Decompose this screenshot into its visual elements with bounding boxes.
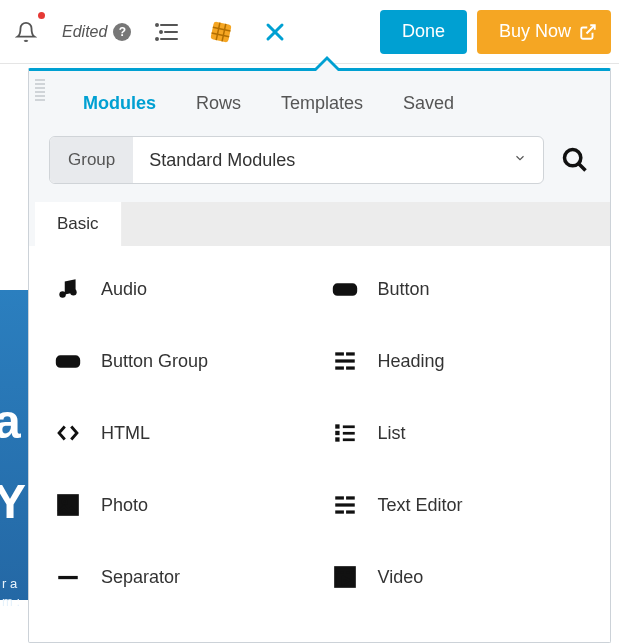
svg-rect-21: [346, 352, 355, 355]
module-label: HTML: [101, 423, 150, 444]
search-button[interactable]: [558, 143, 592, 177]
svg-rect-20: [335, 352, 344, 355]
drag-handle[interactable]: [35, 79, 45, 101]
filter-row: Group Standard Modules: [35, 136, 610, 202]
button-icon: [330, 274, 360, 304]
panel-tabs: Modules Rows Templates Saved: [35, 71, 610, 136]
svg-rect-6: [211, 21, 232, 42]
done-label: Done: [402, 21, 445, 42]
svg-point-5: [156, 38, 158, 40]
module-label: Button Group: [101, 351, 208, 372]
module-grid: AudioButtonButton GroupHeadingHTMLListPh…: [53, 274, 586, 592]
svg-rect-28: [342, 432, 354, 435]
panel-body: AudioButtonButton GroupHeadingHTMLListPh…: [29, 246, 610, 642]
svg-rect-33: [335, 496, 344, 499]
close-icon: [263, 20, 287, 44]
edited-label: Edited: [62, 23, 107, 41]
close-panel-button[interactable]: [257, 14, 293, 50]
separator-icon: [53, 562, 83, 592]
svg-rect-24: [346, 366, 355, 369]
svg-point-4: [160, 31, 162, 33]
photo-icon: [53, 490, 83, 520]
bg-letter-2: Y: [0, 468, 26, 535]
svg-line-13: [587, 25, 595, 33]
text-editor-icon: [330, 490, 360, 520]
content-panel: Modules Rows Templates Saved Group Stand…: [28, 68, 611, 643]
done-button[interactable]: Done: [380, 10, 467, 54]
svg-rect-18: [334, 285, 356, 295]
bg-small-1: r a: [2, 576, 17, 591]
module-photo[interactable]: Photo: [53, 490, 310, 520]
module-video[interactable]: Video: [330, 562, 587, 592]
module-audio[interactable]: Audio: [53, 274, 310, 304]
notification-dot: [38, 12, 45, 19]
svg-point-16: [59, 291, 66, 298]
svg-rect-29: [335, 437, 339, 441]
module-button[interactable]: Button: [330, 274, 587, 304]
tab-templates[interactable]: Templates: [281, 93, 363, 114]
panel-header: Modules Rows Templates Saved Group Stand…: [29, 71, 610, 246]
bg-letter-1: a: [0, 388, 21, 455]
svg-rect-25: [335, 424, 339, 428]
bg-small-2: m :: [2, 594, 20, 609]
external-link-icon: [579, 23, 597, 41]
chevron-down-icon: [497, 151, 543, 169]
svg-rect-27: [335, 431, 339, 435]
module-label: Button: [378, 279, 430, 300]
waffle-icon: [208, 19, 234, 45]
button-group-icon: [53, 346, 83, 376]
module-label: Audio: [101, 279, 147, 300]
edited-status[interactable]: Edited ?: [62, 23, 131, 41]
svg-rect-19: [57, 357, 79, 367]
panel-arrow-inner: [315, 60, 339, 72]
svg-point-14: [565, 150, 581, 166]
list-icon: [330, 418, 360, 448]
buy-now-button[interactable]: Buy Now: [477, 10, 611, 54]
module-heading[interactable]: Heading: [330, 346, 587, 376]
modules-toggle-button[interactable]: [203, 14, 239, 50]
module-label: Video: [378, 567, 424, 588]
module-label: Photo: [101, 495, 148, 516]
audio-icon: [53, 274, 83, 304]
group-value: Standard Modules: [133, 150, 497, 171]
module-html[interactable]: HTML: [53, 418, 310, 448]
tab-modules[interactable]: Modules: [83, 93, 156, 114]
module-label: Text Editor: [378, 495, 463, 516]
group-prefix: Group: [50, 137, 133, 183]
outline-button[interactable]: [149, 14, 185, 50]
module-text-editor[interactable]: Text Editor: [330, 490, 587, 520]
module-list[interactable]: List: [330, 418, 587, 448]
help-icon: ?: [113, 23, 131, 41]
svg-rect-22: [335, 359, 355, 362]
notifications-button[interactable]: [8, 14, 44, 50]
module-label: List: [378, 423, 406, 444]
module-separator[interactable]: Separator: [53, 562, 310, 592]
html-icon: [53, 418, 83, 448]
subtabs: Basic: [35, 202, 610, 246]
svg-rect-26: [342, 425, 354, 428]
tab-saved[interactable]: Saved: [403, 93, 454, 114]
svg-rect-37: [346, 510, 355, 513]
module-label: Heading: [378, 351, 445, 372]
module-button-group[interactable]: Button Group: [53, 346, 310, 376]
search-icon: [561, 146, 589, 174]
svg-line-15: [579, 164, 586, 171]
tab-rows[interactable]: Rows: [196, 93, 241, 114]
outline-icon: [155, 22, 179, 42]
buy-label: Buy Now: [499, 21, 571, 42]
subtab-basic[interactable]: Basic: [35, 202, 122, 246]
svg-point-32: [63, 500, 67, 504]
bell-icon: [15, 21, 37, 43]
svg-point-3: [156, 24, 158, 26]
topbar-right: Done Buy Now: [380, 10, 611, 54]
svg-rect-35: [335, 503, 355, 506]
svg-point-17: [70, 289, 77, 296]
svg-rect-36: [335, 510, 344, 513]
svg-rect-30: [342, 438, 354, 441]
topbar: Edited ? Done Buy Now: [0, 0, 619, 64]
module-group-select[interactable]: Group Standard Modules: [49, 136, 544, 184]
module-label: Separator: [101, 567, 180, 588]
svg-rect-38: [58, 576, 78, 579]
heading-icon: [330, 346, 360, 376]
svg-rect-23: [335, 366, 344, 369]
